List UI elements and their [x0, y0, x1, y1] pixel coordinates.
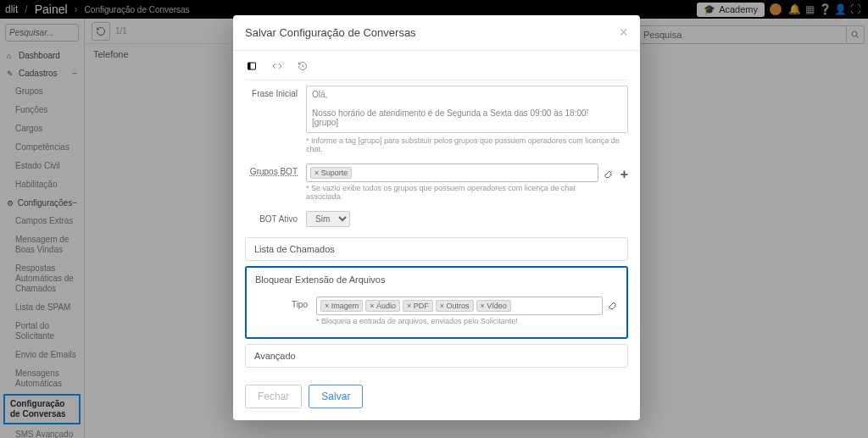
botativo-label: BOT Ativo — [245, 211, 306, 224]
frase-label: Frase Inicial — [245, 86, 306, 98]
grupos-label: Grupos BOT — [245, 164, 306, 176]
row-frase-inicial: Frase Inicial Olá, Nosso horário de aten… — [245, 80, 628, 158]
modal-tabs — [245, 59, 628, 80]
tipo-tag[interactable]: × Outros — [436, 300, 474, 312]
modal-footer: Fechar Salvar — [233, 376, 640, 420]
tab-general[interactable] — [245, 59, 259, 73]
frase-textarea[interactable]: Olá, Nosso horário de atendimento é de S… — [306, 86, 628, 133]
code-icon — [272, 61, 282, 71]
tab-history[interactable] — [296, 59, 309, 73]
modal-body: Frase Inicial Olá, Nosso horário de aten… — [233, 51, 640, 376]
save-button[interactable]: Salvar — [309, 385, 363, 408]
modal: Salvar Configuração de Conversas × Frase… — [233, 15, 640, 420]
panel-icon — [247, 61, 257, 71]
botativo-select[interactable]: Sim — [306, 211, 350, 227]
modal-title: Salvar Configuração de Conversas — [245, 26, 416, 39]
tipo-tag[interactable]: × Imagem — [320, 300, 363, 312]
tipo-tag[interactable]: × Áudio — [365, 300, 400, 312]
block-title: Bloquear Extensão de Arquivos — [255, 274, 618, 285]
row-bot-ativo: BOT Ativo Sim — [245, 206, 628, 232]
tipo-tag[interactable]: × Vídeo — [476, 300, 511, 312]
row-tipo: Tipo × Imagem × Áudio × PDF × Outros × V… — [255, 291, 618, 330]
grupos-hint: * Se vazio exibe todos os grupos que pos… — [306, 184, 598, 201]
row-grupos-bot: Grupos BOT × Suporte * Se vazio exibe to… — [245, 158, 628, 206]
clear-tipo-button[interactable] — [608, 300, 618, 313]
eraser-icon — [608, 300, 618, 310]
tipo-tagbox[interactable]: × Imagem × Áudio × PDF × Outros × Vídeo — [316, 297, 603, 315]
section-avancado[interactable]: Avançado — [245, 344, 628, 368]
svg-line-5 — [303, 66, 304, 67]
history-icon — [298, 61, 308, 71]
grupos-tag[interactable]: × Suporte — [310, 167, 352, 179]
modal-close-button[interactable]: × — [619, 24, 628, 42]
section-bloquear-extensao: Bloquear Extensão de Arquivos Tipo × Ima… — [245, 266, 628, 339]
section-lista-chamados[interactable]: Lista de Chamados — [245, 237, 628, 261]
tipo-tag[interactable]: × PDF — [403, 300, 433, 312]
svg-rect-3 — [248, 63, 251, 69]
add-tag-button[interactable]: + — [620, 167, 628, 182]
eraser-icon — [604, 169, 614, 179]
close-button[interactable]: Fechar — [245, 385, 302, 408]
clear-tags-button[interactable] — [604, 169, 614, 181]
modal-header: Salvar Configuração de Conversas × — [233, 15, 640, 51]
tipo-hint: * Bloqueia a entrada de arquivos, enviad… — [316, 317, 603, 325]
frase-hint: * Informe a tag [grupo] para substituir … — [306, 136, 628, 153]
grupos-tagbox[interactable]: × Suporte — [306, 164, 598, 182]
tab-code[interactable] — [270, 59, 284, 73]
tipo-label: Tipo — [255, 297, 316, 309]
